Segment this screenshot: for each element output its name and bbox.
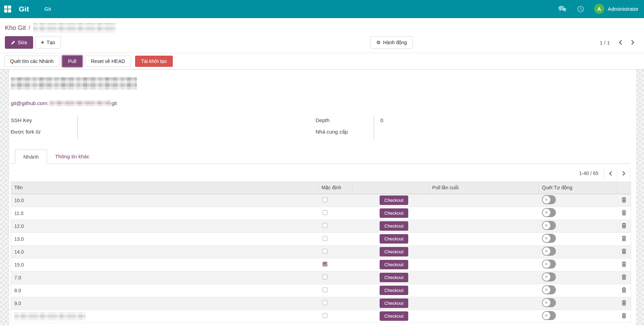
default-checkbox[interactable] [323, 275, 327, 279]
form-sheet: git@github.com: git SSH Key Được fork từ… [9, 70, 637, 325]
toggle-off-x-icon: ✕ [543, 209, 550, 216]
table-row[interactable]: 13.0Checkout✕ [11, 232, 631, 245]
branch-pager-next-button[interactable] [617, 167, 630, 179]
field-value-provider[interactable] [374, 127, 416, 129]
pager-previous-button[interactable] [615, 37, 627, 48]
reinitialize-button[interactable]: Tái khởi tạo [135, 56, 173, 67]
breadcrumb-root-link[interactable]: Kho Git [5, 24, 26, 32]
chevron-right-icon [621, 171, 626, 176]
branch-list-pager: 1-40 / 65 [11, 167, 630, 179]
table-row[interactable]: 7.0Checkout✕ [11, 271, 631, 284]
last-pull-cell [429, 297, 539, 310]
branch-name-cell[interactable]: 9.0 [11, 297, 318, 310]
branch-name-cell[interactable]: 14.0 [11, 245, 318, 258]
field-value-depth[interactable]: 0 [374, 116, 416, 123]
auto-scan-toggle[interactable]: ✕ [542, 195, 556, 204]
delete-row-button[interactable] [620, 197, 628, 204]
checkout-button[interactable]: Checkout [380, 260, 409, 269]
auto-scan-toggle[interactable]: ✕ [542, 247, 556, 256]
branch-pager-previous-button[interactable] [604, 167, 617, 179]
create-button[interactable]: + Tạo [35, 36, 61, 49]
table-row[interactable]: 14.0Checkout✕ [11, 245, 631, 258]
table-row[interactable]: 15.0Checkout✕ [11, 258, 631, 271]
table-row[interactable]: 11.0Checkout✕ [11, 207, 631, 220]
breadcrumb-record-redacted [33, 23, 116, 33]
checkout-button[interactable]: Checkout [380, 221, 409, 231]
delete-row-button[interactable] [620, 312, 628, 320]
delete-row-button[interactable] [620, 222, 628, 230]
reset-head-button[interactable]: Reset về HEAD [85, 56, 131, 67]
checkout-button[interactable]: Checkout [380, 247, 409, 256]
branch-name-cell[interactable]: 11.0 [11, 207, 318, 220]
checkout-button[interactable]: Checkout [380, 311, 409, 321]
column-header-auto-scan[interactable]: Quét Tự động [539, 181, 617, 194]
default-checkbox[interactable] [323, 197, 327, 202]
repo-url[interactable]: git@github.com: git [11, 100, 630, 106]
table-row[interactable]: 8.0Checkout✕ [11, 284, 631, 297]
delete-row-button[interactable] [620, 209, 628, 217]
delete-row-button[interactable] [620, 300, 628, 307]
table-row[interactable]: 10.0Checkout✕ [11, 194, 631, 207]
branch-name-cell[interactable]: 12.0 [11, 220, 318, 232]
default-checkbox[interactable] [323, 236, 327, 241]
form-statusbar: Quét tìm các Nhánh Pull Reset về HEAD Tá… [0, 53, 644, 70]
toggle-off-x-icon: ✕ [543, 234, 550, 242]
auto-scan-toggle[interactable]: ✕ [542, 311, 556, 320]
action-menu-button[interactable]: ⚙ Hành động [370, 36, 413, 49]
checkout-button[interactable]: Checkout [380, 286, 409, 295]
apps-menu-icon[interactable] [4, 6, 11, 13]
edit-button[interactable]: Sửa [5, 36, 33, 49]
auto-scan-toggle[interactable]: ✕ [542, 260, 556, 269]
default-checkbox[interactable] [323, 262, 327, 267]
default-checkbox[interactable] [323, 300, 327, 305]
tab-branches[interactable]: Nhánh [15, 150, 47, 164]
field-value-forked-from[interactable] [78, 127, 119, 129]
delete-row-button[interactable] [620, 248, 628, 256]
branch-name-cell[interactable]: 15.0 [11, 258, 318, 271]
default-checkbox[interactable] [323, 223, 327, 228]
field-value-ssh-key[interactable] [78, 116, 119, 117]
auto-scan-toggle[interactable]: ✕ [542, 298, 556, 307]
checkout-button[interactable]: Checkout [380, 234, 409, 244]
checkout-button[interactable]: Checkout [380, 208, 409, 218]
auto-scan-toggle[interactable]: ✕ [542, 234, 556, 243]
default-checkbox[interactable] [323, 249, 327, 254]
delete-row-button[interactable] [620, 235, 628, 243]
delete-row-button[interactable] [620, 274, 628, 281]
table-row[interactable]: Checkout✕ [11, 310, 631, 323]
branch-name-cell[interactable]: 7.0 [11, 271, 318, 284]
default-checkbox[interactable] [323, 287, 327, 292]
checkout-button[interactable]: Checkout [380, 196, 409, 205]
branch-name-cell[interactable]: 13.0 [11, 232, 318, 245]
delete-row-button[interactable] [620, 261, 628, 269]
auto-scan-toggle[interactable]: ✕ [542, 285, 556, 294]
default-checkbox[interactable] [323, 313, 327, 318]
auto-scan-toggle[interactable]: ✕ [542, 208, 556, 217]
breadcrumb: Kho Git / [5, 22, 638, 33]
branch-name-cell[interactable]: 10.0 [11, 194, 318, 207]
menu-item-git[interactable]: Git [44, 6, 51, 12]
pull-button[interactable]: Pull [62, 56, 82, 67]
checkout-button[interactable]: Checkout [380, 299, 409, 308]
delete-row-button[interactable] [620, 287, 628, 294]
column-header-name[interactable]: Tên [11, 181, 318, 194]
branch-name-cell[interactable]: 8.0 [11, 284, 318, 297]
pager-next-button[interactable] [627, 37, 638, 48]
checkout-button[interactable]: Checkout [380, 273, 409, 282]
column-header-default[interactable]: Mặc định [318, 181, 352, 194]
user-menu[interactable]: A Administrator [594, 4, 638, 14]
branch-name-cell[interactable] [11, 310, 318, 323]
scan-branches-button[interactable]: Quét tìm các Nhánh [4, 56, 60, 67]
auto-scan-toggle[interactable]: ✕ [542, 221, 556, 230]
auto-scan-toggle[interactable]: ✕ [542, 272, 556, 281]
activities-clock-icon[interactable] [576, 5, 585, 13]
default-checkbox[interactable] [323, 210, 327, 215]
messages-icon[interactable] [558, 5, 567, 13]
app-brand[interactable]: Git [19, 5, 29, 13]
table-row[interactable]: 12.0Checkout✕ [11, 220, 631, 232]
last-pull-cell [429, 310, 539, 323]
column-header-last-pull[interactable]: Pull lần cuối [429, 181, 539, 194]
table-row[interactable]: 9.0Checkout✕ [11, 297, 631, 310]
tab-other-info[interactable]: Thông tin khác [47, 150, 97, 164]
user-name: Administrator [608, 6, 638, 12]
